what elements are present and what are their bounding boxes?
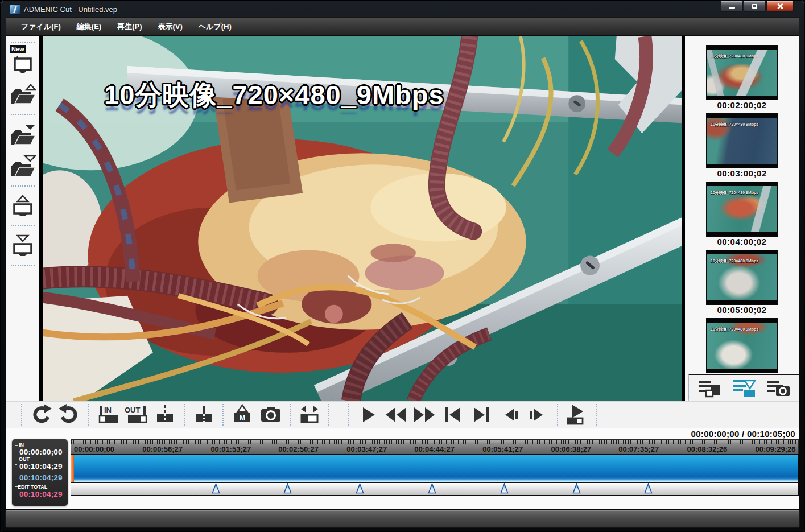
timeline-track[interactable]: [71, 454, 799, 482]
ruler-label: 00:03:47;27: [346, 445, 387, 453]
separator: [11, 265, 35, 266]
play-icon: [357, 405, 378, 425]
clip-timecode: 00:04:00;02: [707, 237, 777, 246]
add-marker-button[interactable]: M: [228, 403, 257, 427]
separator: [184, 404, 185, 426]
menu-file[interactable]: ファイル(F): [14, 19, 68, 35]
clip-thumbnail-item[interactable]: 10分映像_720×480 9Mbps: [707, 319, 777, 373]
set-in-button[interactable]: IN: [94, 403, 122, 427]
jump-edit-button[interactable]: [295, 403, 324, 427]
tray-down-icon: [10, 233, 35, 258]
window-title: ADMENIC Cut - Untitled.vep: [24, 5, 117, 14]
separator: [348, 404, 349, 426]
play-button[interactable]: [353, 403, 382, 427]
go-to-end-button[interactable]: [467, 403, 496, 427]
delete-point-button[interactable]: [189, 403, 218, 427]
redo-button[interactable]: [55, 403, 84, 427]
new-project-button[interactable]: New: [9, 50, 36, 76]
separator: [328, 404, 329, 426]
set-out-button[interactable]: OUT: [122, 403, 151, 427]
clip-thumbnail-item[interactable]: 10分映像_720×480 9Mbps 00:05:00;02: [707, 250, 777, 315]
clip-thumbnail-image: 10分映像_720×480 9Mbps: [707, 118, 777, 164]
timeline-section: 00:00:00;00 / 00:10:05;00 IN 00:00:00;00…: [6, 428, 799, 509]
edit-marker-icon[interactable]: [572, 483, 581, 494]
svg-text:M: M: [240, 414, 245, 422]
clip-thumbnail-item[interactable]: 10分映像_720×480 9Mbps 00:04:00;02: [707, 182, 777, 246]
close-button[interactable]: [766, 1, 794, 12]
restore-button[interactable]: [744, 1, 766, 12]
playhead[interactable]: [71, 455, 74, 482]
video-frame: 10分映像_720×480_9Mbps: [43, 36, 682, 401]
app-window: ADMENIC Cut - Untitled.vep ファイル(F) 編集(E)…: [0, 0, 805, 532]
out-value: 00:10:04;29: [15, 462, 68, 471]
edit-marker-icon[interactable]: [356, 483, 364, 494]
ruler-label: 00:06:38;27: [551, 445, 591, 453]
separator: [11, 185, 35, 187]
next-clip-icon: [470, 405, 493, 425]
edit-toolbar: IN OUT: [6, 401, 799, 428]
save-as-button[interactable]: [9, 153, 36, 179]
clip-thumbnail-item[interactable]: 10分映像_720×480 9Mbps 00:02:00;02: [707, 46, 777, 110]
split-clip-icon: [152, 404, 177, 426]
clip-marker-view-button[interactable]: [731, 377, 757, 399]
ruler-label: 00:04:44;27: [414, 445, 455, 453]
export-button[interactable]: [9, 193, 36, 219]
fast-forward-icon: [412, 405, 437, 425]
play-edited-button[interactable]: [563, 403, 591, 427]
ruler-label: 00:02:50;27: [278, 445, 319, 453]
thumb-overlay-text: 10分映像_720×480 9Mbps: [711, 190, 758, 196]
prev-clip-icon: [441, 405, 464, 425]
snapshot-button[interactable]: [257, 403, 285, 427]
folder-open-up-icon: [9, 82, 36, 107]
edit-marker-icon[interactable]: [212, 483, 220, 494]
status-bar: [6, 510, 799, 527]
new-file-icon: [10, 51, 35, 75]
clip-thumbnail-image: 10分映像_720×480 9Mbps: [707, 323, 777, 369]
undo-button[interactable]: [27, 403, 55, 427]
open-file-button[interactable]: [9, 81, 36, 108]
ruler-label: 00:07:35;27: [618, 445, 659, 453]
step-forward-button[interactable]: [524, 403, 552, 427]
split-button[interactable]: [151, 403, 179, 427]
minimize-button[interactable]: [721, 1, 743, 12]
menu-edit[interactable]: 編集(E): [70, 19, 108, 35]
menu-bar: ファイル(F) 編集(E) 再生(P) 表示(V) ヘルプ(H): [6, 17, 799, 36]
separator: [11, 114, 35, 115]
menu-help[interactable]: ヘルプ(H): [192, 19, 238, 35]
folder-down-filled-icon: [9, 122, 36, 147]
marker-strip[interactable]: [71, 482, 799, 496]
menu-play[interactable]: 再生(P): [110, 19, 148, 35]
svg-text:IN: IN: [104, 406, 112, 414]
edit-marker-icon[interactable]: [644, 483, 653, 494]
clip-timecode: 00:02:00;02: [707, 100, 777, 110]
edit-total-label: EDIT TOTAL: [15, 484, 68, 490]
fast-forward-button[interactable]: [410, 403, 439, 427]
clip-timecode: 00:05:00;02: [707, 305, 777, 315]
import-button[interactable]: [9, 233, 36, 259]
title-bar: ADMENIC Cut - Untitled.vep: [6, 1, 799, 17]
timeline-ruler[interactable]: 00:00:00;00 00:00:56;27 00:01:53;27 00:0…: [71, 439, 799, 454]
ruler-ticks: [71, 440, 798, 444]
rewind-button[interactable]: [382, 403, 410, 427]
edit-marker-icon[interactable]: [283, 483, 292, 494]
separator: [557, 404, 558, 426]
clip-list-view-button[interactable]: [697, 377, 723, 399]
step-back-button[interactable]: [496, 403, 524, 427]
ruler-label: 00:09:29;26: [756, 445, 796, 453]
delete-point-icon: [191, 404, 216, 426]
separator: [222, 404, 224, 426]
clip-view-toolbar: [688, 374, 799, 401]
save-file-button[interactable]: [9, 121, 36, 147]
edit-marker-icon[interactable]: [500, 483, 509, 494]
in-label: IN: [15, 442, 68, 448]
clip-thumbnail-item[interactable]: 10分映像_720×480 9Mbps 00:03:00;02: [707, 114, 777, 178]
separator: [11, 225, 35, 226]
menu-view[interactable]: 表示(V): [151, 19, 189, 35]
redo-icon: [57, 404, 81, 426]
folder-down-hollow-icon: [9, 154, 36, 179]
clip-timecode: 00:03:00;02: [707, 168, 777, 178]
clip-snapshot-view-button[interactable]: [765, 377, 791, 399]
go-to-start-button[interactable]: [439, 403, 467, 427]
edit-marker-icon[interactable]: [428, 483, 436, 494]
jump-edit-icon: [296, 404, 323, 426]
